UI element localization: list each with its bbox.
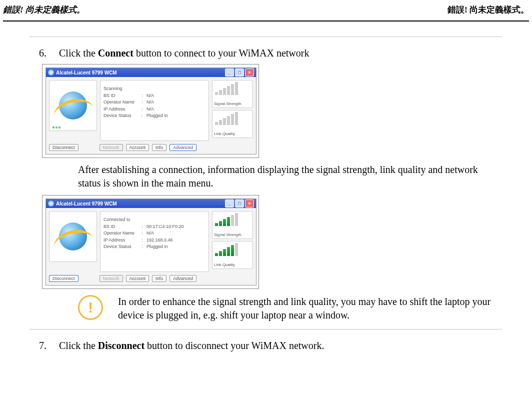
step-6-explain: After establishing a connection, informa… bbox=[78, 163, 502, 190]
minimize-button[interactable]: _ bbox=[225, 200, 234, 208]
header-rule bbox=[3, 20, 529, 22]
tip-text: In order to enhance the signal strength … bbox=[118, 295, 502, 322]
step-text-bold: Disconnect bbox=[98, 340, 144, 351]
advanced-button[interactable]: Advanced bbox=[170, 275, 196, 282]
status-label: Connected to bbox=[104, 216, 142, 224]
bsid-label: BS ID bbox=[104, 224, 142, 230]
step-text-pre: Click the bbox=[59, 340, 98, 351]
app-icon bbox=[48, 200, 54, 206]
network-button[interactable]: Network bbox=[100, 275, 123, 282]
titlebar: Alcatel-Lucent 9799 WCM _ □ × bbox=[46, 68, 256, 77]
disconnect-button[interactable]: Disconnect bbox=[49, 144, 78, 151]
header-left: 錯誤! 尚未定義樣式。 bbox=[3, 4, 85, 16]
link-label: Link Quality bbox=[214, 262, 251, 267]
app-window: Alcatel-Lucent 9799 WCM _ □ × Connected … bbox=[46, 198, 256, 286]
ip-label: IP Address bbox=[104, 237, 142, 244]
status-label: Scanning bbox=[104, 86, 142, 92]
section-divider bbox=[30, 36, 502, 37]
step-text-pre: Click the bbox=[59, 48, 98, 58]
maximize-button[interactable]: □ bbox=[235, 200, 244, 208]
ip-value: 192.168.0.46 bbox=[146, 237, 173, 244]
titlebar: Alcatel-Lucent 9799 WCM _ □ × bbox=[46, 199, 256, 208]
step-number: 6. bbox=[30, 46, 59, 60]
step-text-post: button to disconnect your WiMAX network. bbox=[144, 340, 324, 351]
page-header: 錯誤! 尚未定義樣式。 錯誤! 尚未定義樣式。 bbox=[0, 0, 532, 20]
device-label: Device Status bbox=[104, 112, 142, 120]
operator-value: N/A bbox=[146, 99, 154, 106]
step-text-bold: Connect bbox=[98, 48, 134, 58]
bsid-value: 00:17:C4:10:F0:20 bbox=[146, 224, 184, 230]
window-title: Alcatel-Lucent 9799 WCM bbox=[56, 201, 225, 206]
globe-panel bbox=[49, 80, 97, 131]
minimize-button[interactable]: _ bbox=[225, 68, 234, 76]
window-title: Alcatel-Lucent 9799 WCM bbox=[56, 70, 225, 76]
app-window: Alcatel-Lucent 9799 WCM _ □ × Scanning bbox=[46, 68, 256, 154]
info-panel: Connected to BS ID:00:17:C4:10:F0:20 Ope… bbox=[100, 211, 209, 272]
operator-label: Operator Name bbox=[104, 99, 142, 106]
step-number: 7. bbox=[30, 338, 59, 352]
device-value: Plugged in bbox=[146, 112, 168, 120]
link-quality-meter: Link Quality bbox=[212, 241, 253, 269]
ip-label: IP Address bbox=[104, 106, 142, 113]
tip-row: ! In order to enhance the signal strengt… bbox=[78, 295, 502, 322]
bsid-value: N/A bbox=[146, 92, 154, 100]
signal-label: Signal Strength bbox=[214, 102, 251, 106]
globe-panel bbox=[49, 211, 97, 262]
signal-label: Signal Strength bbox=[214, 232, 251, 237]
disconnect-button[interactable]: Disconnect bbox=[49, 275, 78, 282]
step-text: Click the Disconnect button to disconnec… bbox=[59, 338, 502, 352]
link-quality-meter: Link Quality bbox=[212, 110, 253, 138]
signal-strength-meter: Signal Strength bbox=[212, 211, 253, 239]
header-right: 錯誤! 尚未定義樣式。 bbox=[448, 4, 529, 16]
device-label: Device Status bbox=[104, 244, 142, 250]
screenshot-scanning: Alcatel-Lucent 9799 WCM _ □ × Scanning bbox=[42, 64, 259, 158]
warning-icon: ! bbox=[78, 295, 103, 320]
close-button[interactable]: × bbox=[245, 200, 254, 208]
section-divider bbox=[30, 329, 502, 330]
step-7: 7. Click the Disconnect button to discon… bbox=[30, 338, 502, 352]
screenshot-connected: Alcatel-Lucent 9799 WCM _ □ × Connected … bbox=[42, 195, 259, 289]
info-button[interactable]: Info bbox=[152, 144, 166, 151]
device-value: Plugged in bbox=[146, 244, 168, 250]
close-button[interactable]: × bbox=[245, 68, 254, 76]
maximize-button[interactable]: □ bbox=[235, 68, 244, 76]
bsid-label: BS ID bbox=[104, 92, 142, 100]
step-6: 6. Click the Connect button to connect t… bbox=[30, 46, 502, 60]
signal-strength-meter: Signal Strength bbox=[212, 80, 253, 108]
ip-value: N/A bbox=[146, 106, 154, 113]
step-text-post: button to connect to your WiMAX network bbox=[134, 48, 310, 58]
advanced-button[interactable]: Advanced bbox=[170, 144, 196, 151]
operator-value: N/A bbox=[146, 230, 154, 237]
info-button[interactable]: Info bbox=[152, 275, 166, 282]
account-button[interactable]: Account bbox=[126, 275, 150, 282]
link-label: Link Quality bbox=[214, 132, 251, 136]
operator-label: Operator Name bbox=[104, 230, 142, 237]
step-text: Click the Connect button to connect to y… bbox=[59, 46, 502, 60]
account-button[interactable]: Account bbox=[126, 144, 150, 151]
info-panel: Scanning BS ID:N/A Operator Name:N/A IP … bbox=[100, 80, 209, 141]
network-button[interactable]: Network bbox=[100, 144, 123, 151]
app-icon bbox=[48, 70, 54, 76]
